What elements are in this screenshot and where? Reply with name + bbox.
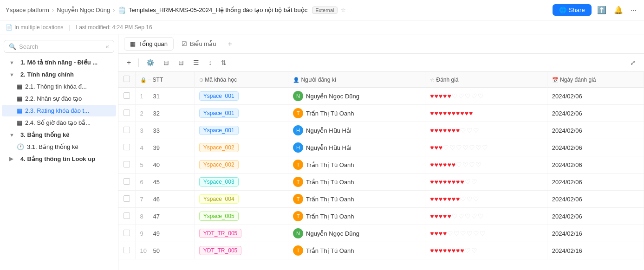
heart-empty[interactable]: ♡ <box>471 247 477 254</box>
heart-filled[interactable]: ♥ <box>452 161 455 168</box>
heart-filled[interactable]: ♥ <box>452 127 455 134</box>
heart-filled[interactable]: ♥ <box>443 178 447 186</box>
rating-hearts[interactable]: ♥♥♥♥♥♡♡♡♡♡ <box>430 92 542 100</box>
heart-filled[interactable]: ♥ <box>434 195 438 203</box>
row-danh-cell[interactable]: ♥♥♥♥♥♥♥♥♡♡ <box>425 242 547 259</box>
heart-empty[interactable]: ♡ <box>462 144 468 151</box>
rating-hearts[interactable]: ♥♥♥♡♡♡♡♡♡♡ <box>430 144 542 151</box>
heart-filled[interactable]: ♥ <box>460 247 464 254</box>
col-stt-header[interactable]: 🔒 ≡ STT <box>135 72 194 88</box>
sidebar-item-2-3[interactable]: ▦ 2.3. Rating khóa đào t... <box>2 105 116 116</box>
heart-filled[interactable]: ♥ <box>430 230 434 237</box>
collapse-sidebar-icon[interactable]: « <box>105 43 109 50</box>
sort-desc-button[interactable]: ⇅ <box>218 57 229 68</box>
heart-empty[interactable]: ♡ <box>465 92 471 100</box>
heart-filled[interactable]: ♥ <box>439 230 442 237</box>
heart-empty[interactable]: ♡ <box>460 230 466 237</box>
heart-empty[interactable]: ♡ <box>456 144 462 151</box>
heart-empty[interactable]: ♡ <box>458 92 464 100</box>
col-check-header[interactable] <box>118 72 135 88</box>
sidebar-item-2-4[interactable]: ▦ 2.4. Số giờ đào tạo bắ... <box>2 117 116 129</box>
group-button[interactable]: ☰ <box>190 57 202 68</box>
col-ma-header[interactable]: ⊙ Mã khóa học <box>194 72 288 88</box>
heart-filled[interactable]: ♥ <box>430 144 434 151</box>
download-button[interactable]: ⬆️ <box>595 4 608 16</box>
share-button[interactable]: 🌐 Share <box>553 4 592 16</box>
heart-filled[interactable]: ♥ <box>434 212 438 220</box>
heart-empty[interactable]: ♡ <box>473 195 479 203</box>
rating-hearts[interactable]: ♥♥♥♥♥♥♥♡♡♡ <box>430 127 542 134</box>
rating-hearts[interactable]: ♥♥♥♥♥♥♡♡♡♡ <box>430 161 542 168</box>
row-danh-cell[interactable]: ♥♥♥♥♥♥♥♡♡♡ <box>425 122 547 139</box>
heart-filled[interactable]: ♥ <box>439 195 442 203</box>
heart-filled[interactable]: ♥ <box>460 178 464 186</box>
heart-empty[interactable]: ♡ <box>462 161 468 168</box>
heart-empty[interactable]: ♡ <box>460 195 466 203</box>
row-checkbox-cell[interactable] <box>118 139 135 156</box>
heart-empty[interactable]: ♡ <box>471 92 477 100</box>
heart-empty[interactable]: ♡ <box>458 212 464 220</box>
sidebar-item-3-1[interactable]: 🕐 3.1. Bảng thống kê <box>2 141 116 153</box>
row-danh-cell[interactable]: ♥♥♥♡♡♡♡♡♡♡ <box>425 139 547 156</box>
heart-empty[interactable]: ♡ <box>475 144 481 151</box>
heart-filled[interactable]: ♥ <box>434 144 438 151</box>
rating-hearts[interactable]: ♥♥♥♥♥♥♥♥♥♥ <box>430 109 542 117</box>
heart-empty[interactable]: ♡ <box>471 178 477 186</box>
heart-filled[interactable]: ♥ <box>443 230 447 237</box>
heart-filled[interactable]: ♥ <box>434 161 438 168</box>
heart-empty[interactable]: ♡ <box>473 127 479 134</box>
heart-empty[interactable]: ♡ <box>447 230 453 237</box>
heart-filled[interactable]: ♥ <box>469 109 473 117</box>
row-checkbox[interactable] <box>124 161 130 167</box>
heart-empty[interactable]: ♡ <box>456 161 462 168</box>
heart-filled[interactable]: ♥ <box>434 247 438 254</box>
heart-filled[interactable]: ♥ <box>430 127 434 134</box>
row-checkbox[interactable] <box>124 92 130 99</box>
heart-empty[interactable]: ♡ <box>480 230 486 237</box>
heart-empty[interactable]: ♡ <box>452 212 458 220</box>
add-row-button[interactable]: + <box>124 57 134 69</box>
filter-button[interactable]: ⊟ <box>176 57 187 68</box>
heart-empty[interactable]: ♡ <box>469 161 475 168</box>
star-icon[interactable]: ☆ <box>340 6 346 13</box>
sidebar-item-2-2[interactable]: ▦ 2.2. Nhân sự đào tạo <box>2 93 116 104</box>
row-danh-cell[interactable]: ♥♥♥♥♥♥♥♡♡♡ <box>425 191 547 208</box>
heart-filled[interactable]: ♥ <box>452 195 455 203</box>
heart-empty[interactable]: ♡ <box>475 161 481 168</box>
sidebar-item-2-1[interactable]: ▦ 2.1. Thông tin khóa đ... <box>2 81 116 92</box>
sidebar-item-4[interactable]: ▶ 4. Bảng thông tin Look up <box>2 153 116 165</box>
row-checkbox-cell[interactable] <box>118 208 135 225</box>
heart-filled[interactable]: ♥ <box>434 230 438 237</box>
heart-empty[interactable]: ♡ <box>482 144 488 151</box>
heart-empty[interactable]: ♡ <box>449 144 455 151</box>
heart-filled[interactable]: ♥ <box>439 127 442 134</box>
notification-button[interactable]: 🔔 <box>612 4 625 16</box>
heart-filled[interactable]: ♥ <box>439 161 442 168</box>
col-danh-header[interactable]: ☆ Đánh giá <box>425 72 547 88</box>
heart-filled[interactable]: ♥ <box>430 109 434 117</box>
heart-empty[interactable]: ♡ <box>467 127 473 134</box>
select-all-checkbox[interactable] <box>124 76 130 82</box>
tab-overview[interactable]: ▦ Tổng quan <box>124 37 174 51</box>
heart-filled[interactable]: ♥ <box>434 178 438 186</box>
search-input[interactable] <box>19 43 103 50</box>
heart-empty[interactable]: ♡ <box>467 195 473 203</box>
heart-filled[interactable]: ♥ <box>447 109 451 117</box>
heart-filled[interactable]: ♥ <box>456 195 460 203</box>
heart-filled[interactable]: ♥ <box>443 212 447 220</box>
sidebar-item-3[interactable]: ▼ 3. Bảng thống kê <box>2 129 116 141</box>
heart-filled[interactable]: ♥ <box>430 178 434 186</box>
rating-hearts[interactable]: ♥♥♥♥♡♡♡♡♡♡ <box>430 230 542 237</box>
heart-filled[interactable]: ♥ <box>443 109 447 117</box>
heart-filled[interactable]: ♥ <box>443 161 447 168</box>
row-checkbox[interactable] <box>124 127 130 133</box>
row-danh-cell[interactable]: ♥♥♥♥♥♥♥♥♡♡ <box>425 174 547 191</box>
row-checkbox-cell[interactable] <box>118 156 135 174</box>
heart-filled[interactable]: ♥ <box>439 92 442 100</box>
row-checkbox[interactable] <box>124 230 130 236</box>
rating-hearts[interactable]: ♥♥♥♥♥♡♡♡♡♡ <box>430 212 542 220</box>
heart-empty[interactable]: ♡ <box>465 212 471 220</box>
heart-filled[interactable]: ♥ <box>456 178 460 186</box>
heart-empty[interactable]: ♡ <box>473 230 479 237</box>
add-tab-button[interactable]: + <box>224 38 235 50</box>
